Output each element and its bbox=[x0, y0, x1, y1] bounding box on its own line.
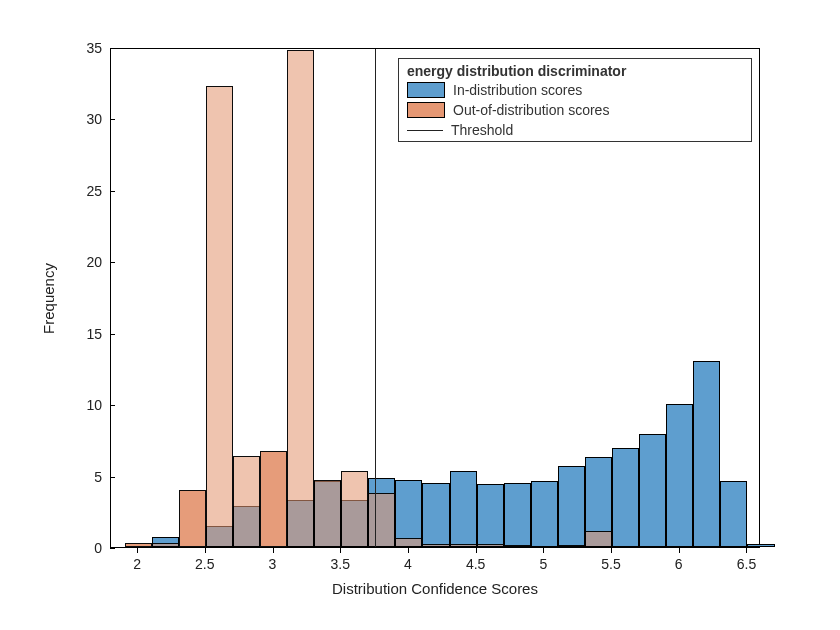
x-tick-label: 2 bbox=[133, 556, 141, 572]
y-axis-label: Frequency bbox=[38, 48, 58, 548]
legend-entry-in-dist: In-distribution scores bbox=[399, 81, 751, 101]
y-tick-mark bbox=[110, 548, 115, 549]
bar-out-dist bbox=[152, 543, 179, 547]
bar-out-dist bbox=[504, 545, 531, 547]
bar-in-dist bbox=[450, 471, 477, 547]
bar-out-dist bbox=[287, 50, 314, 547]
legend-swatch-blue bbox=[407, 82, 445, 98]
x-tick-label: 3 bbox=[269, 556, 277, 572]
bar-out-dist bbox=[125, 543, 152, 547]
x-tick-mark bbox=[273, 548, 274, 553]
x-tick-mark bbox=[205, 548, 206, 553]
bar-in-dist bbox=[531, 481, 558, 547]
bar-in-dist bbox=[612, 448, 639, 547]
figure: energy distribution discriminator In-dis… bbox=[0, 0, 840, 630]
y-tick-mark bbox=[110, 262, 115, 263]
bar-out-dist bbox=[179, 490, 206, 547]
legend-label: Threshold bbox=[451, 122, 513, 138]
threshold-line bbox=[375, 49, 376, 547]
bar-in-dist bbox=[422, 483, 449, 547]
legend-entry-threshold: Threshold bbox=[399, 121, 751, 141]
y-tick-mark bbox=[110, 477, 115, 478]
bar-out-dist bbox=[314, 480, 341, 547]
y-tick-label: 10 bbox=[62, 397, 102, 413]
bar-in-dist bbox=[720, 481, 747, 547]
y-tick-label: 35 bbox=[62, 40, 102, 56]
x-tick-label: 5 bbox=[539, 556, 547, 572]
bar-in-dist bbox=[477, 484, 504, 547]
legend: energy distribution discriminator In-dis… bbox=[398, 58, 752, 142]
bar-out-dist bbox=[206, 86, 233, 547]
legend-label: Out-of-distribution scores bbox=[453, 102, 609, 118]
bar-out-dist bbox=[585, 531, 612, 547]
x-tick-mark bbox=[340, 548, 341, 553]
y-tick-label: 15 bbox=[62, 326, 102, 342]
y-tick-label: 25 bbox=[62, 183, 102, 199]
x-tick-label: 3.5 bbox=[330, 556, 349, 572]
bar-in-dist bbox=[693, 361, 720, 547]
bar-out-dist bbox=[422, 544, 449, 547]
x-tick-mark bbox=[611, 548, 612, 553]
y-tick-mark bbox=[110, 405, 115, 406]
bar-in-dist bbox=[639, 434, 666, 547]
x-tick-mark bbox=[746, 548, 747, 553]
x-tick-label: 5.5 bbox=[601, 556, 620, 572]
x-tick-mark bbox=[408, 548, 409, 553]
y-tick-label: 0 bbox=[62, 540, 102, 556]
x-tick-mark bbox=[476, 548, 477, 553]
x-tick-mark bbox=[137, 548, 138, 553]
bar-out-dist bbox=[341, 471, 368, 547]
bar-out-dist bbox=[260, 451, 287, 547]
x-tick-label: 4.5 bbox=[466, 556, 485, 572]
x-tick-mark bbox=[679, 548, 680, 553]
legend-title: energy distribution discriminator bbox=[399, 59, 751, 81]
y-tick-mark bbox=[110, 48, 115, 49]
y-axis-label-text: Frequency bbox=[40, 263, 57, 334]
x-tick-label: 6.5 bbox=[737, 556, 756, 572]
bar-out-dist bbox=[368, 493, 395, 547]
x-tick-label: 6 bbox=[675, 556, 683, 572]
y-tick-mark bbox=[110, 334, 115, 335]
y-tick-label: 5 bbox=[62, 469, 102, 485]
legend-swatch-orange bbox=[407, 102, 445, 118]
x-tick-mark bbox=[543, 548, 544, 553]
bar-out-dist bbox=[558, 545, 585, 547]
y-tick-label: 30 bbox=[62, 111, 102, 127]
bar-out-dist bbox=[450, 544, 477, 547]
x-tick-label: 2.5 bbox=[195, 556, 214, 572]
bar-in-dist bbox=[558, 466, 585, 547]
y-tick-mark bbox=[110, 191, 115, 192]
bar-out-dist bbox=[395, 538, 422, 547]
x-axis-label: Distribution Confidence Scores bbox=[110, 580, 760, 597]
legend-line-icon bbox=[407, 123, 443, 137]
y-tick-label: 20 bbox=[62, 254, 102, 270]
legend-label: In-distribution scores bbox=[453, 82, 582, 98]
bar-in-dist bbox=[666, 404, 693, 547]
bar-in-dist bbox=[395, 480, 422, 547]
y-tick-mark bbox=[110, 119, 115, 120]
x-tick-label: 4 bbox=[404, 556, 412, 572]
bar-in-dist bbox=[504, 483, 531, 547]
bar-out-dist bbox=[233, 456, 260, 547]
bar-out-dist bbox=[477, 544, 504, 547]
legend-entry-out-dist: Out-of-distribution scores bbox=[399, 101, 751, 121]
bar-in-dist bbox=[747, 544, 774, 547]
